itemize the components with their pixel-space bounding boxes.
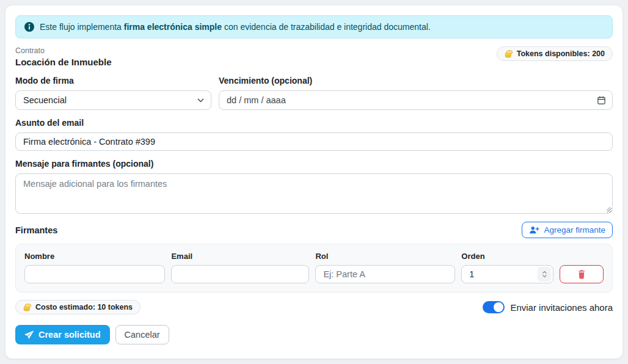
cancel-button[interactable]: Cancelar	[115, 325, 169, 344]
signer-row	[24, 265, 604, 283]
tokens-available-badge: Tokens disponibles: 200	[497, 46, 613, 61]
info-banner-text: Este flujo implementa firma electrónica …	[40, 22, 431, 32]
document-type-label: Contrato	[15, 46, 112, 55]
estimated-cost-badge: Costo estimado: 10 tokens	[15, 300, 141, 315]
column-header-email: Email	[171, 252, 309, 261]
send-invitations-group: Enviar invitaciones ahora	[483, 301, 613, 313]
mode-expiration-row: Modo de firma Secuencial Vencimiento (op…	[15, 76, 613, 110]
info-banner: Este flujo implementa firma electrónica …	[15, 15, 613, 38]
email-subject-input[interactable]	[15, 133, 613, 151]
signers-column-headers: Nombre Email Rol Orden	[24, 252, 604, 261]
info-icon	[24, 22, 34, 32]
document-header: Contrato Locación de Inmueble Tokens dis…	[15, 46, 613, 67]
column-header-nombre: Nombre	[24, 252, 165, 261]
document-info: Contrato Locación de Inmueble	[15, 46, 112, 67]
signing-mode-label: Modo de firma	[15, 76, 211, 86]
signing-mode-select[interactable]: Secuencial	[15, 90, 211, 110]
expiration-date-input[interactable]	[219, 90, 613, 110]
signers-message-textarea[interactable]	[15, 173, 613, 214]
create-request-label: Crear solicitud	[38, 330, 101, 340]
signers-header: Firmantes Agregar firmante	[15, 222, 613, 238]
paper-plane-icon	[24, 330, 34, 340]
signing-mode-group: Modo de firma Secuencial	[15, 76, 211, 110]
coin-stack-icon	[23, 303, 32, 311]
signature-request-form-card: Este flujo implementa firma electrónica …	[5, 5, 623, 359]
number-stepper[interactable]	[538, 267, 551, 282]
signers-title: Firmantes	[15, 225, 57, 235]
signer-role-input[interactable]	[315, 265, 455, 283]
column-header-rol: Rol	[315, 252, 455, 261]
message-group: Mensaje para firmantes (opcional)	[15, 159, 613, 214]
message-label: Mensaje para firmantes (opcional)	[15, 159, 613, 169]
send-invitations-label: Enviar invitaciones ahora	[510, 302, 613, 313]
delete-signer-button[interactable]	[560, 265, 604, 283]
tokens-available-text: Tokens disponibles: 200	[517, 49, 605, 58]
expiration-group: Vencimiento (opcional)	[219, 76, 613, 110]
document-title: Locación de Inmueble	[15, 57, 112, 67]
calendar-icon[interactable]	[597, 96, 606, 105]
send-invitations-toggle[interactable]	[483, 301, 505, 313]
add-signer-label: Agregar firmante	[544, 225, 605, 235]
trash-icon	[577, 270, 586, 279]
signer-email-input[interactable]	[171, 265, 309, 283]
expiration-label: Vencimiento (opcional)	[219, 76, 613, 86]
subject-group: Asunto del email	[15, 118, 613, 151]
add-signer-button[interactable]: Agregar firmante	[522, 222, 613, 238]
signer-order-field	[461, 265, 553, 283]
signer-name-input[interactable]	[24, 265, 165, 283]
coin-stack-icon	[505, 49, 513, 58]
subject-label: Asunto del email	[15, 118, 613, 128]
create-request-button[interactable]: Crear solicitud	[15, 325, 110, 344]
cost-invitations-row: Costo estimado: 10 tokens Enviar invitac…	[15, 300, 613, 315]
signers-panel: Nombre Email Rol Orden	[15, 244, 613, 293]
column-header-orden: Orden	[461, 252, 553, 261]
person-plus-icon	[529, 225, 539, 235]
form-actions: Crear solicitud Cancelar	[15, 325, 613, 344]
estimated-cost-text: Costo estimado: 10 tokens	[35, 303, 133, 311]
